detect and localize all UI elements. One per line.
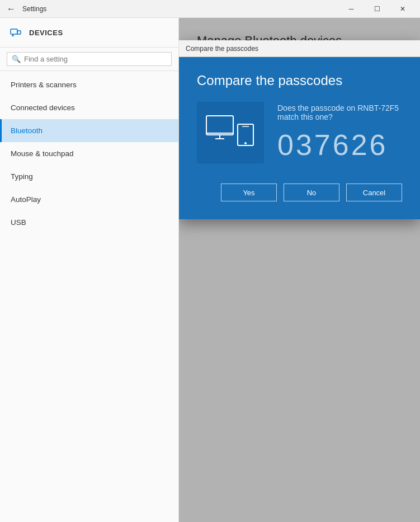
no-button[interactable]: No <box>284 184 339 201</box>
maximize-button[interactable]: ☐ <box>364 0 390 18</box>
window-controls: ─ ☐ ✕ <box>338 0 416 18</box>
dialog-body: Compare the passcodes <box>179 57 420 219</box>
sidebar-item-mouse[interactable]: Mouse & touchpad <box>0 142 178 165</box>
sidebar-item-typing[interactable]: Typing <box>0 165 178 188</box>
search-icon: 🔍 <box>12 55 21 63</box>
dialog-overlay: Compare the passcodes Compare the passco… <box>179 18 420 522</box>
sidebar-item-autoplay[interactable]: AutoPlay <box>0 188 178 211</box>
sidebar-header: DEVICES <box>0 18 178 48</box>
cancel-button[interactable]: Cancel <box>346 184 402 201</box>
svg-rect-0 <box>11 29 17 34</box>
title-bar: ← Settings ─ ☐ ✕ <box>0 0 420 18</box>
dialog-wrapper: Compare the passcodes Compare the passco… <box>179 40 420 219</box>
sidebar-section-title: DEVICES <box>29 29 63 37</box>
dialog-heading: Compare the passcodes <box>197 73 402 88</box>
minimize-button[interactable]: ─ <box>338 0 364 18</box>
content-area: Manage Bluetooth devices Bluetooth On Yo… <box>179 18 420 522</box>
dialog-titlebar-text: Compare the passcodes <box>186 45 258 53</box>
yes-button[interactable]: Yes <box>221 184 277 201</box>
svg-rect-1 <box>17 31 21 34</box>
device-pair-icon <box>205 113 256 152</box>
sidebar-item-bluetooth[interactable]: Bluetooth <box>0 119 178 142</box>
dialog-buttons: Yes No Cancel <box>197 184 402 201</box>
back-button[interactable]: ← <box>4 2 18 16</box>
sidebar: DEVICES 🔍 Printers & scanners Connected … <box>0 18 179 522</box>
devices-icon <box>9 26 22 39</box>
device-right-info: Does the passcode on RNBT-72F5 match thi… <box>277 104 402 162</box>
dialog-titlebar: Compare the passcodes <box>179 40 420 57</box>
app-container: DEVICES 🔍 Printers & scanners Connected … <box>0 18 420 522</box>
svg-point-9 <box>244 142 247 144</box>
dialog-content-row: Does the passcode on RNBT-72F5 match thi… <box>197 102 402 163</box>
close-button[interactable]: ✕ <box>390 0 416 18</box>
sidebar-item-connected[interactable]: Connected devices <box>0 96 178 119</box>
search-input[interactable] <box>24 55 167 63</box>
sidebar-item-printers[interactable]: Printers & scanners <box>0 73 178 96</box>
device-icon-box <box>197 102 264 163</box>
sidebar-item-usb[interactable]: USB <box>0 211 178 234</box>
passcode-question: Does the passcode on RNBT-72F5 match thi… <box>277 104 402 121</box>
sidebar-nav: Printers & scanners Connected devices Bl… <box>0 71 178 234</box>
svg-rect-4 <box>206 116 233 135</box>
passcode-number: 037626 <box>277 128 402 162</box>
app-title: Settings <box>22 5 46 13</box>
title-bar-left: ← Settings <box>4 2 46 16</box>
